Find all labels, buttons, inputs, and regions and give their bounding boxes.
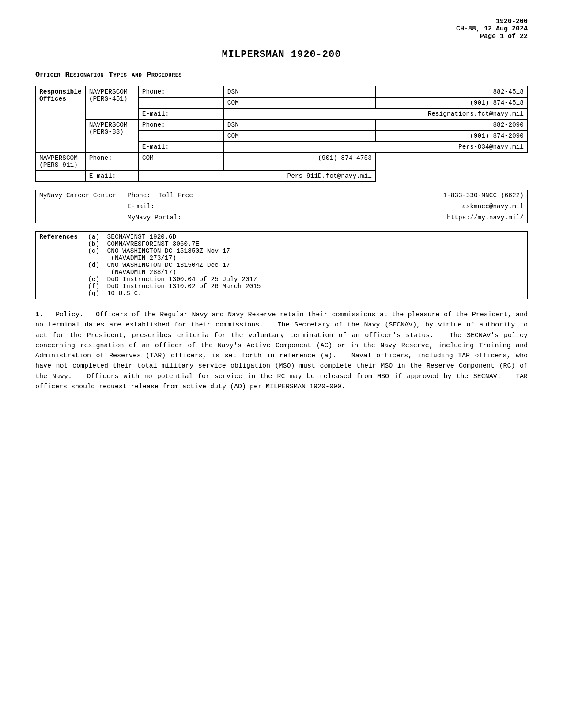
ref-item-f: (f) DoD Instruction 1310.02 of 26 March … [88, 283, 524, 290]
milpersman-link: MILPERSMAN 1920-090 [266, 383, 341, 390]
dsn-label-2: DSN [223, 120, 375, 131]
table-row: ResponsibleOffices NAVPERSCOM(PERS-451) … [36, 86, 528, 98]
table-row: NAVPERSCOM(PERS-911) Phone: COM (901) 87… [36, 153, 528, 171]
mynavy-portal-label: MyNavy Portal: [124, 212, 306, 223]
org-pers911: NAVPERSCOM(PERS-911) [36, 153, 86, 171]
references-content: (a) SECNAVINST 1920.6D (b) COMNAVRESFORI… [84, 232, 528, 299]
policy-label: Policy. [56, 311, 83, 319]
email-val-1: Resignations.fct@navy.mil [223, 109, 527, 120]
com-val-3: (901) 874-4753 [223, 153, 375, 171]
ref-item-e: (e) DoD Instruction 1300.04 of 25 July 2… [88, 276, 524, 283]
blank-1 [138, 98, 223, 109]
references-table: References (a) SECNAVINST 1920.6D (b) CO… [35, 231, 528, 299]
header-line3: Page 1 of 22 [35, 33, 528, 40]
page-header: 1920-200 CH-88, 12 Aug 2024 Page 1 of 22 [35, 18, 528, 40]
mynavy-label: MyNavy Career Center [36, 190, 124, 223]
ref-item-d2: (NAVADMIN 288/17) [88, 269, 524, 276]
mynavy-email-label: E-mail: [124, 201, 306, 212]
org-pers451: NAVPERSCOM(PERS-451) [85, 86, 138, 120]
mynavy-phone-val: 1-833-330-MNCC (6622) [306, 190, 528, 201]
table-row: E-mail: Pers-911D.fct@navy.mil [36, 171, 528, 182]
references-label: References [36, 232, 84, 299]
section-heading: Officer Resignation Types and Procedures [35, 71, 528, 79]
phone-label-2: Phone: [138, 120, 223, 131]
com-val-2: (901) 874-2090 [375, 131, 527, 142]
ref-item-c: (c) CNO WASHINGTON DC 151850Z Nov 17 [88, 248, 524, 255]
policy-section: 1. Policy. Officers of the Regular Navy … [35, 310, 528, 392]
phone-label-1: Phone: [138, 86, 223, 98]
email-val-2: Pers-834@navy.mil [223, 142, 527, 153]
com-label-3: COM [138, 153, 223, 171]
responsible-offices-table: ResponsibleOffices NAVPERSCOM(PERS-451) … [35, 86, 528, 182]
ref-item-a: (a) SECNAVINST 1920.6D [88, 233, 524, 240]
ref-item-c2: (NAVADMIN 273/17) [88, 255, 524, 262]
ref-item-g: (g) 10 U.S.C. [88, 290, 524, 297]
mynavy-phone-label: Phone: Toll Free [124, 190, 306, 201]
email-val-3: Pers-911D.fct@navy.mil [138, 171, 375, 182]
mynavy-email-val: askmncc@navy.mil [306, 201, 528, 212]
dsn-val-2: 882-2090 [375, 120, 527, 131]
org-pers83: NAVPERSCOM(PERS-83) [85, 120, 138, 153]
policy-text: Officers of the Regular Navy and Navy Re… [35, 311, 528, 390]
mynavy-table: MyNavy Career Center Phone: Toll Free 1-… [35, 190, 528, 223]
ref-item-b: (b) COMNAVRESFORINST 3060.7E [88, 240, 524, 248]
header-line1: 1920-200 [35, 18, 528, 25]
email-label-2: E-mail: [138, 142, 223, 153]
com-label-1: COM [223, 98, 375, 109]
policy-number: 1. [35, 311, 43, 319]
table-row: MyNavy Career Center Phone: Toll Free 1-… [36, 190, 528, 201]
document-title: MILPERSMAN 1920-200 [35, 49, 528, 60]
com-label-2: COM [223, 131, 375, 142]
header-line2: CH-88, 12 Aug 2024 [35, 25, 528, 33]
mynavy-portal-val: https://my.navy.mil/ [306, 212, 528, 223]
phone-label-3: Phone: [85, 153, 138, 171]
com-val-1: (901) 874-4518 [375, 98, 527, 109]
dsn-label-1: DSN [223, 86, 375, 98]
dsn-val-1: 882-4518 [375, 86, 527, 98]
email-label-1: E-mail: [138, 109, 223, 120]
blank-3 [36, 171, 86, 182]
email-label-3: E-mail: [85, 171, 138, 182]
table-row: NAVPERSCOM(PERS-83) Phone: DSN 882-2090 [36, 120, 528, 131]
responsible-offices-label: ResponsibleOffices [36, 86, 86, 153]
table-row: References (a) SECNAVINST 1920.6D (b) CO… [36, 232, 528, 299]
blank-2 [138, 131, 223, 142]
ref-item-d: (d) CNO WASHINGTON DC 131504Z Dec 17 [88, 262, 524, 269]
